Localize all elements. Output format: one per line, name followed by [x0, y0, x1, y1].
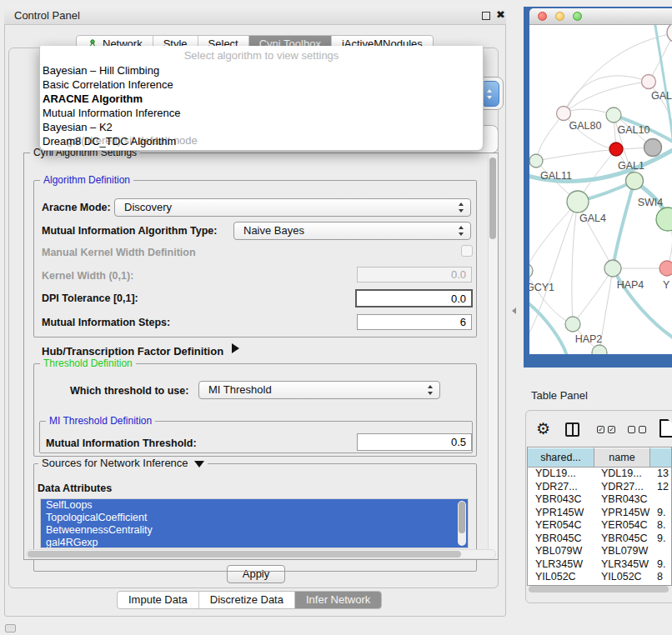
network-node-gal80[interactable]	[557, 107, 571, 121]
manual-kernel-width-label: Manual Kernel Width Definition	[42, 247, 196, 258]
dropdown-item-bayesian-hill-climbing[interactable]: Bayesian – Hill Climbing	[43, 63, 476, 78]
dropdown-item-dream8[interactable]: Dream8 DC_TDC Algorithm	[43, 134, 476, 148]
node-label: GCY1	[529, 282, 554, 293]
aracne-mode-combobox[interactable]: Discovery	[114, 198, 471, 217]
table-row[interactable]: YBR045C YBR045C 9.	[528, 532, 671, 546]
network-node-hap2[interactable]	[565, 317, 580, 332]
combobox-stepper-button[interactable]	[481, 81, 499, 107]
table-horizontal-scrollbar[interactable]	[528, 585, 670, 593]
network-node-gal1[interactable]	[609, 142, 623, 156]
node-label: GAL	[651, 90, 672, 102]
close-icon[interactable]: ✖	[496, 8, 505, 21]
mi-steps-field[interactable]	[357, 314, 472, 330]
tab-discretize-data[interactable]: Discretize Data	[198, 592, 294, 608]
network-node-gray[interactable]	[644, 139, 662, 157]
column-header-name[interactable]: name	[594, 448, 650, 468]
algorithm-definition-title: Algorithm Definition	[40, 175, 133, 186]
sources-group-title: Sources for Network Inference	[38, 458, 208, 468]
node-label: GAL1	[618, 160, 644, 172]
network-window: GAL GAL80 GAL10 GAL1 GAL11 SWI4 GAL4 GCY…	[529, 8, 672, 354]
network-node-gcy1[interactable]	[529, 263, 533, 278]
expand-arrow-icon[interactable]	[232, 343, 239, 353]
tab-infer-network[interactable]: Infer Network	[294, 592, 381, 608]
select-all-columns-icon[interactable]: ✓ ✓	[597, 426, 615, 433]
column-header-shared[interactable]: shared...	[528, 448, 594, 468]
network-window-titlebar	[529, 8, 672, 25]
deselect-all-columns-icon[interactable]	[628, 426, 646, 433]
table-header-row: shared... name	[528, 448, 671, 468]
network-node-hap4[interactable]	[604, 260, 621, 277]
data-attributes-list: SelfLoops TopologicalCoefficient Between…	[40, 498, 469, 548]
node-label: HAP4	[617, 279, 644, 291]
dropdown-item-basic-correlation[interactable]: Basic Correlation Inference	[43, 78, 476, 92]
hub-section-label: Hub/Transcription Factor Definition	[42, 345, 223, 358]
dropdown-item-mutual-information[interactable]: Mutual Information Inference	[43, 106, 476, 120]
column-header-partial[interactable]	[650, 448, 672, 468]
mac-close-icon[interactable]	[538, 12, 547, 21]
gear-icon[interactable]: ⚙	[536, 419, 550, 438]
settings-horizontal-scrollbar-thumb[interactable]	[28, 551, 461, 558]
dpi-tolerance-label: DPI Tolerance [0,1]:	[42, 292, 138, 304]
table-row[interactable]: YIL052C YIL052C 8	[528, 571, 671, 584]
algorithm-dropdown-popup: Select algorithm to view settings gal(fi…	[39, 46, 484, 151]
table-row[interactable]: YPR145W YPR145W 9.	[528, 507, 671, 520]
node-label: GAL4	[579, 212, 606, 224]
attributes-list-scrollbar[interactable]	[458, 501, 466, 546]
control-panel-title: Control Panel	[14, 9, 80, 22]
node-label: GAL11	[540, 170, 572, 182]
tab-impute-data[interactable]: Impute Data	[118, 592, 198, 608]
network-node-partial-top[interactable]	[667, 25, 672, 42]
collapse-arrow-icon[interactable]	[194, 461, 204, 468]
node-label: Y	[663, 279, 670, 291]
settings-vertical-scrollbar-thumb[interactable]	[489, 158, 496, 239]
network-graph: GAL GAL80 GAL10 GAL1 GAL11 SWI4 GAL4 GCY…	[529, 25, 672, 354]
aracne-mode-label: Aracne Mode:	[42, 202, 111, 213]
mi-threshold-group-title: MI Threshold Definition	[46, 416, 155, 427]
network-node-big-right[interactable]	[656, 208, 672, 231]
stepper-arrows-icon	[459, 226, 464, 236]
table-row[interactable]: YBL079W YBL079W	[528, 545, 671, 558]
dropdown-item-bayesian-k2[interactable]: Bayesian – K2	[43, 120, 476, 134]
stepper-arrows-icon	[459, 202, 464, 212]
mac-zoom-icon[interactable]	[573, 12, 582, 21]
table-row[interactable]: YLR345W YLR345W 9.	[528, 558, 671, 572]
which-threshold-combobox[interactable]: MI Threshold	[198, 381, 440, 399]
columns-icon[interactable]	[565, 422, 579, 437]
mi-threshold-label: Mutual Information Threshold:	[46, 438, 197, 449]
table-panel-title: Table Panel	[531, 389, 588, 402]
network-node-gal11[interactable]	[529, 154, 543, 168]
table-row[interactable]: YDR27... YDR27... 12	[528, 481, 671, 494]
mi-steps-label: Mutual Information Steps:	[42, 317, 170, 328]
float-window-icon[interactable]	[482, 12, 490, 20]
dropdown-item-aracne[interactable]: ARACNE Algorithm	[43, 92, 476, 106]
network-node-gal10[interactable]	[606, 108, 621, 122]
table-row[interactable]: YBR043C YBR043C	[528, 493, 671, 507]
list-item-betweennesscentrality[interactable]: BetweennessCentrality	[41, 524, 468, 537]
node-label: GAL80	[569, 120, 602, 132]
splitter-collapse-icon[interactable]	[512, 308, 516, 314]
network-node-bottom[interactable]	[592, 345, 607, 354]
table-row[interactable]: YDL19... YDL19... 13	[528, 468, 671, 481]
stepper-arrows-icon	[428, 385, 434, 395]
dpi-tolerance-field[interactable]	[355, 289, 473, 308]
list-item-gal4rgexp[interactable]: gal4RGexp	[41, 537, 468, 548]
network-node-pink-right[interactable]	[659, 261, 672, 276]
table-horizontal-scrollbar-thumb[interactable]	[529, 586, 669, 592]
list-item-selfloops[interactable]: SelfLoops	[41, 499, 468, 512]
data-attributes-label: Data Attributes	[38, 482, 112, 494]
network-node-pink-top[interactable]	[642, 75, 656, 89]
minimized-panel-icon[interactable]	[5, 624, 16, 632]
export-table-icon[interactable]	[659, 419, 672, 438]
node-label: GAL10	[618, 124, 650, 136]
table-row[interactable]: YER054C YER054C 8.	[528, 519, 671, 532]
network-canvas[interactable]: GAL GAL80 GAL10 GAL1 GAL11 SWI4 GAL4 GCY…	[529, 25, 672, 354]
attributes-list-scrollbar-thumb[interactable]	[459, 502, 465, 533]
dropdown-prompt: Select algorithm to view settings	[40, 49, 483, 62]
list-item-topologicalcoefficient[interactable]: TopologicalCoefficient	[41, 512, 468, 524]
bottom-tabbar: Impute Data Discretize Data Infer Networ…	[117, 591, 382, 609]
mac-minimize-icon[interactable]	[555, 12, 564, 21]
network-node-swi4[interactable]	[626, 172, 644, 190]
mi-threshold-field[interactable]	[357, 433, 472, 451]
network-node-gal4[interactable]	[567, 191, 589, 212]
mi-algorithm-type-combobox[interactable]: Naive Bayes	[233, 222, 471, 240]
